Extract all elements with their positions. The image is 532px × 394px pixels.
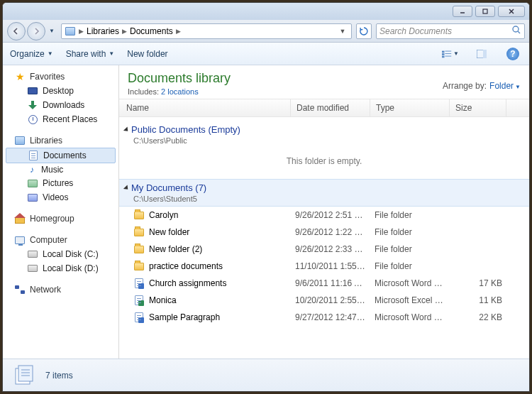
maximize-button[interactable] [475, 6, 495, 17]
sidebar-item-desktop[interactable]: Desktop [3, 84, 118, 98]
col-size[interactable]: Size [450, 99, 506, 116]
file-row[interactable]: practice documents11/10/2011 1:55 PMFile… [119, 258, 529, 275]
group-title: My Documents (7) [131, 182, 206, 193]
file-row[interactable]: Sample Paragraph9/27/2012 12:47 PMMicros… [119, 309, 529, 326]
file-name: New folder (2) [149, 244, 202, 254]
file-row[interactable]: Monica10/20/2011 2:55 PMMicrosoft Excel … [119, 292, 529, 309]
view-options-button[interactable]: ▼ [441, 46, 460, 62]
breadcrumb-libraries[interactable]: Libraries [87, 26, 119, 36]
documents-folder-icon [13, 364, 35, 387]
file-name: Monica [149, 295, 177, 305]
svg-rect-1 [483, 9, 487, 13]
chevron-right-icon: ▶ [122, 28, 127, 35]
homegroup-icon [14, 213, 26, 224]
file-row[interactable]: Church assignments9/6/2011 11:16 AMMicro… [119, 275, 529, 292]
file-type: File folder [370, 243, 450, 256]
sidebar-network-header[interactable]: Network [3, 283, 118, 297]
videos-icon [27, 192, 38, 203]
svg-rect-11 [445, 55, 451, 56]
sidebar-libraries-header[interactable]: Libraries [3, 133, 118, 148]
organize-menu[interactable]: Organize▼ [10, 49, 53, 59]
sidebar-item-local-disk-c[interactable]: Local Disk (C:) [3, 247, 118, 261]
help-button[interactable]: ? [504, 46, 522, 62]
share-with-menu[interactable]: Share with▼ [66, 49, 115, 59]
new-folder-button[interactable]: New folder [127, 49, 167, 59]
content-pane: Documents library Includes: 2 locations … [119, 65, 529, 359]
empty-message: This folder is empty. [119, 148, 529, 179]
sidebar-item-music[interactable]: ♪Music [3, 163, 118, 176]
col-name[interactable]: Name [119, 99, 291, 116]
search-placeholder: Search Documents [379, 26, 452, 36]
library-title: Documents library [128, 71, 231, 86]
music-icon: ♪ [27, 165, 37, 175]
svg-rect-7 [445, 50, 451, 51]
chevron-right-icon: ▶ [176, 28, 181, 35]
sidebar-item-recent-places[interactable]: Recent Places [3, 112, 118, 126]
desktop-icon [27, 85, 38, 97]
group-header[interactable]: My Documents (7) [119, 180, 529, 195]
item-count: 7 items [45, 371, 73, 381]
command-bar: Organize▼ Share with▼ New folder ▼ ? [3, 43, 529, 65]
sidebar-favorites-header[interactable]: ★Favorites [3, 70, 118, 84]
svg-rect-6 [442, 50, 445, 53]
disk-icon [27, 263, 38, 274]
file-date: 9/26/2012 2:51 PM [291, 209, 370, 221]
col-type[interactable]: Type [370, 99, 450, 116]
sidebar-item-local-disk-d[interactable]: Local Disk (D:) [3, 261, 118, 275]
sidebar-computer-header[interactable]: Computer [3, 233, 118, 247]
breadcrumb-documents[interactable]: Documents [130, 26, 173, 36]
file-list: Public Documents (Empty)C:\Users\PublicT… [119, 117, 529, 359]
details-pane: 7 items [3, 359, 529, 391]
group-path: C:\Users\Public [119, 136, 529, 148]
file-type: File folder [370, 226, 450, 239]
svg-point-4 [513, 26, 519, 32]
help-icon: ? [506, 48, 519, 60]
file-size: 11 KB [450, 294, 506, 307]
svg-rect-9 [445, 53, 451, 54]
search-input[interactable]: Search Documents [376, 23, 525, 39]
back-button[interactable] [7, 22, 26, 40]
pictures-icon [27, 177, 38, 189]
group-title: Public Documents (Empty) [131, 124, 240, 135]
word-icon [133, 312, 145, 323]
group-path: C:\Users\Student5 [119, 195, 529, 206]
refresh-button[interactable] [356, 23, 372, 39]
file-type: Microsoft Excel W... [370, 294, 450, 307]
chevron-right-icon: ▶ [79, 28, 84, 35]
column-headers: Name Date modified Type Size [119, 99, 529, 117]
collapse-icon [123, 185, 130, 191]
file-name: Sample Paragraph [149, 312, 220, 322]
address-dropdown[interactable]: ▼ [337, 28, 348, 35]
library-includes: Includes: 2 locations [128, 87, 231, 96]
file-name: practice documents [149, 261, 223, 271]
file-size [450, 214, 506, 217]
nav-history-dropdown[interactable]: ▼ [47, 22, 57, 40]
file-name: New folder [149, 227, 189, 237]
file-date: 9/26/2012 1:22 PM [291, 226, 370, 239]
col-date[interactable]: Date modified [291, 99, 370, 116]
group-header[interactable]: Public Documents (Empty) [119, 121, 529, 136]
includes-locations-link[interactable]: 2 locations [161, 87, 199, 96]
recent-icon [27, 114, 38, 125]
arrange-by-dropdown[interactable]: Folder▼ [489, 81, 521, 91]
address-bar[interactable]: ▶ Libraries ▶ Documents ▶ ▼ [61, 23, 352, 39]
folder-icon [133, 261, 145, 272]
file-type: File folder [370, 260, 450, 273]
svg-rect-13 [483, 50, 487, 58]
file-row[interactable]: New folder9/26/2012 1:22 PMFile folder [119, 224, 529, 241]
documents-icon [28, 150, 39, 161]
titlebar [3, 3, 529, 20]
file-row[interactable]: New folder (2)9/26/2012 2:33 PMFile fold… [119, 241, 529, 258]
sidebar-item-videos[interactable]: Videos [3, 190, 118, 204]
file-date: 9/6/2011 11:16 AM [291, 277, 370, 290]
sidebar-item-downloads[interactable]: Downloads [3, 98, 118, 112]
sidebar-homegroup-header[interactable]: Homegroup [3, 212, 118, 226]
sidebar-item-pictures[interactable]: Pictures [3, 176, 118, 190]
close-button[interactable] [498, 6, 525, 17]
file-row[interactable]: Carolyn9/26/2012 2:51 PMFile folder [119, 207, 529, 224]
preview-pane-button[interactable] [472, 46, 491, 62]
file-size [450, 265, 506, 268]
sidebar-item-documents[interactable]: Documents [6, 148, 116, 163]
forward-button[interactable] [27, 22, 45, 40]
minimize-button[interactable] [453, 6, 472, 17]
